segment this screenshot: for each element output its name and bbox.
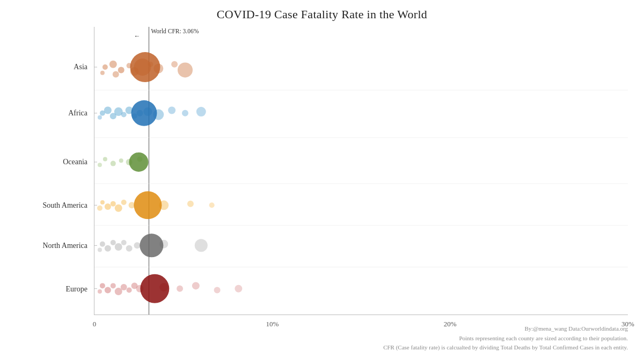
bubble <box>196 107 206 116</box>
bubble <box>100 200 105 204</box>
bubble <box>118 67 125 73</box>
region-label-africa: Africa <box>68 109 87 118</box>
bubble <box>127 287 132 293</box>
bubble <box>104 106 112 114</box>
footnotes: By:@mena_wang Data:Ourworldindata.org Po… <box>383 324 628 353</box>
chart-container: COVID-19 Case Fatality Rate in the World… <box>0 0 644 358</box>
bubble <box>103 157 107 162</box>
bubble <box>171 61 178 68</box>
bubble <box>187 201 194 207</box>
bubble <box>126 245 133 252</box>
africa-aggregate-bubble <box>131 100 157 126</box>
north-america-aggregate-bubble <box>140 233 163 257</box>
bubble <box>168 106 175 114</box>
region-label-europe: Europe <box>66 285 87 294</box>
bubble <box>111 161 116 166</box>
bubble <box>100 283 105 288</box>
footnote-1: By:@mena_wang Data:Ourworldindata.org <box>383 324 628 334</box>
chart-title: COVID-19 Case Fatality Rate in the World <box>0 0 644 26</box>
bubble <box>105 203 111 210</box>
bubble <box>113 71 119 77</box>
bubble <box>103 64 108 70</box>
bubble <box>214 287 221 293</box>
bubble <box>109 61 117 68</box>
region-labels-container: Asia Africa Oceania South America North … <box>0 27 94 315</box>
bubble <box>98 163 102 167</box>
bubble <box>105 245 111 252</box>
bubble <box>121 200 127 205</box>
bubble <box>111 201 116 207</box>
region-label-asia: Asia <box>74 63 87 71</box>
bubble <box>105 287 111 293</box>
region-label-north-america: North America <box>42 242 87 250</box>
bubble <box>98 115 102 120</box>
footnote-2: Points representing each county are size… <box>383 334 628 344</box>
bubbles-svg <box>94 27 628 315</box>
footnote-3: CFR (Case fatality rate) is calcualted b… <box>383 343 628 353</box>
bubble <box>97 206 103 211</box>
bubble <box>98 247 102 252</box>
bubble <box>98 289 102 294</box>
bubble <box>182 110 188 116</box>
bubble <box>111 283 116 288</box>
asia-aggregate-bubble <box>130 52 160 82</box>
x-tick-0: 0 <box>93 320 97 328</box>
bubble <box>178 62 193 77</box>
bubble <box>235 285 242 293</box>
region-label-south-america: South America <box>42 201 87 210</box>
bubble <box>121 240 127 245</box>
region-label-oceania: Oceania <box>63 158 87 166</box>
oceania-aggregate-bubble <box>129 152 149 172</box>
bubble <box>115 204 122 212</box>
bubble <box>100 242 105 247</box>
bubble <box>100 71 105 75</box>
bubble <box>121 112 127 117</box>
europe-aggregate-bubble <box>140 274 169 303</box>
bubble <box>192 282 200 289</box>
bubble <box>111 240 116 245</box>
bubble <box>115 243 122 251</box>
bubble <box>121 284 127 290</box>
x-tick-10: 10% <box>266 320 279 328</box>
bubble <box>177 286 183 292</box>
bubble <box>119 158 123 163</box>
bubble <box>134 242 141 249</box>
bubble <box>209 202 215 208</box>
bubble <box>195 239 208 252</box>
south-america-aggregate-bubble <box>134 191 162 219</box>
chart-plot-area: World CFR: 3.06% ← <box>94 27 628 315</box>
